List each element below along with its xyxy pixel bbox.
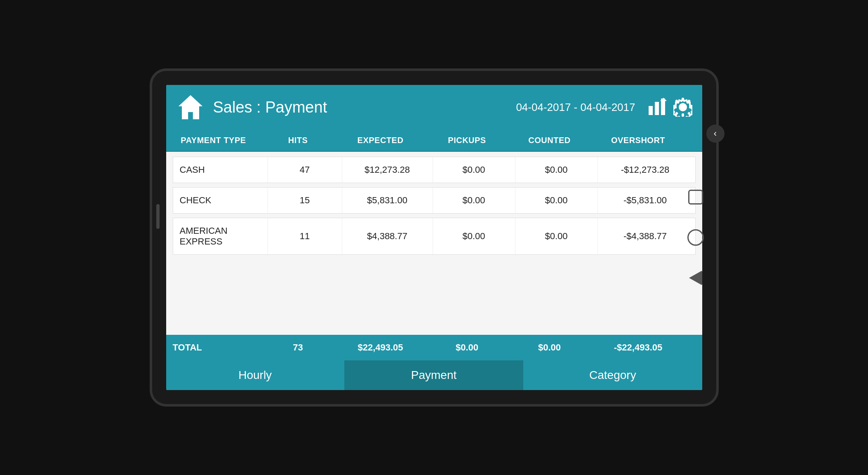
table-header-row: PAYMENT TYPE HITS EXPECTED PICKUPS COUNT… [166,129,702,152]
nav-home-button[interactable] [687,229,704,246]
col-hits: HITS [261,129,335,151]
table-row: CHECK 15 $5,831.00 $0.00 $0.00 -$5,831.0… [173,187,696,214]
header-actions [648,98,692,117]
settings-icon[interactable] [673,98,692,117]
nav-square-button[interactable] [688,190,703,205]
cell-hits: 15 [268,188,342,213]
col-expected: EXPECTED [335,129,426,151]
cell-overshort: -$5,831.00 [598,188,693,213]
cell-payment-type: AMERICAN EXPRESS [173,218,268,254]
cell-pickups: $0.00 [433,188,515,213]
tab-category[interactable]: Category [523,360,702,390]
cell-payment-type: CASH [173,157,268,183]
col-counted: COUNTED [508,129,591,151]
cell-expected: $12,273.28 [342,157,433,183]
col-overshort: OVERSHORT [591,129,686,151]
table-footer-row: TOTAL 73 $22,493.05 $0.00 $0.00 -$22,493… [166,335,702,360]
back-button[interactable]: ‹ [706,125,725,143]
payment-table: PAYMENT TYPE HITS EXPECTED PICKUPS COUNT… [166,129,702,360]
chart-icon[interactable] [648,98,667,117]
footer-hits: 73 [261,335,335,360]
table-body: CASH 47 $12,273.28 $0.00 $0.00 -$12,273.… [166,152,702,335]
tab-payment[interactable]: Payment [345,360,523,390]
cell-payment-type: CHECK [173,188,268,213]
footer-label: TOTAL [166,335,261,360]
bottom-tabs: Hourly Payment Category [166,360,702,390]
device-nav-buttons [687,190,704,285]
page-title: Sales : Payment [213,99,516,116]
col-pickups: PICKUPS [426,129,508,151]
cell-overshort: -$12,273.28 [598,157,693,183]
svg-rect-8 [682,113,684,117]
footer-expected: $22,493.05 [335,335,426,360]
device-frame: Sales : Payment 04-04-2017 - 04-04-2017 [150,68,719,407]
svg-rect-1 [649,106,653,115]
volume-buttons [156,204,160,229]
tab-hourly[interactable]: Hourly [166,360,345,390]
cell-counted: $0.00 [515,188,598,213]
app-header: Sales : Payment 04-04-2017 - 04-04-2017 [166,85,702,129]
date-range: 04-04-2017 - 04-04-2017 [516,101,635,114]
cell-hits: 47 [268,157,342,183]
cell-pickups: $0.00 [433,218,515,254]
svg-rect-10 [689,106,692,108]
cell-pickups: $0.00 [433,157,515,183]
cell-expected: $5,831.00 [342,188,433,213]
nav-back-button[interactable] [689,270,702,285]
svg-marker-0 [178,95,202,119]
table-row: AMERICAN EXPRESS 11 $4,388.77 $0.00 $0.0… [173,218,696,255]
cell-expected: $4,388.77 [342,218,433,254]
home-icon[interactable] [176,93,205,122]
svg-rect-7 [682,98,684,101]
footer-counted: $0.00 [508,335,591,360]
footer-overshort: -$22,493.05 [591,335,686,360]
svg-rect-9 [673,106,677,108]
screen: Sales : Payment 04-04-2017 - 04-04-2017 [166,85,702,390]
cell-overshort: -$4,388.77 [598,218,693,254]
cell-hits: 11 [268,218,342,254]
col-payment-type: PAYMENT TYPE [166,129,261,151]
footer-pickups: $0.00 [426,335,508,360]
cell-counted: $0.00 [515,218,598,254]
table-row: CASH 47 $12,273.28 $0.00 $0.00 -$12,273.… [173,157,696,183]
svg-rect-2 [655,102,659,115]
cell-counted: $0.00 [515,157,598,183]
